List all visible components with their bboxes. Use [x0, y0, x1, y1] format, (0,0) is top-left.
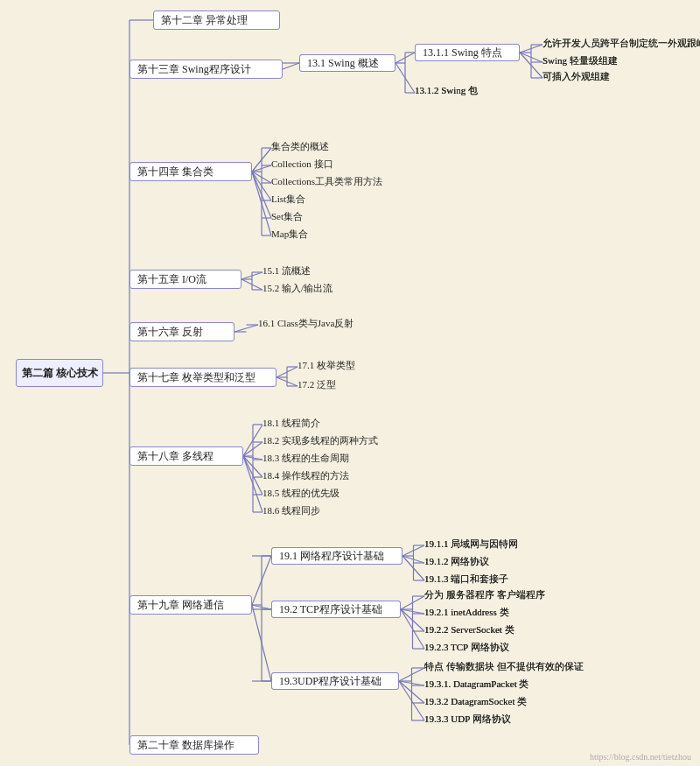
svg-line-68: [399, 668, 424, 681]
chapter-node: 第二十章 数据库操作: [130, 735, 259, 755]
svg-line-60: [402, 556, 424, 563]
svg-line-58: [252, 556, 271, 605]
svg-line-3: [396, 53, 415, 63]
svg-line-64: [401, 609, 424, 614]
svg-line-67: [252, 605, 271, 681]
chapter-node: 第十三章 Swing程序设计: [130, 60, 283, 79]
svg-line-31: [234, 325, 258, 332]
svg-line-65: [401, 609, 424, 631]
chapter-node: 13.1 Swing 概述: [299, 54, 396, 72]
leaf-node: Collection 接口: [271, 158, 355, 173]
svg-line-9: [252, 148, 271, 172]
leaf-node: 集合类的概述: [271, 140, 348, 156]
chapter-node: 第十四章 集合类: [130, 162, 252, 181]
svg-line-46: [243, 456, 262, 477]
leaf-node: Map集合: [271, 228, 320, 243]
svg-line-59: [402, 545, 424, 556]
svg-line-10: [252, 165, 271, 172]
svg-line-43: [243, 425, 262, 456]
svg-line-6: [520, 53, 542, 78]
svg-line-48: [243, 456, 262, 512]
svg-line-62: [252, 605, 271, 609]
svg-line-37: [276, 377, 298, 386]
chapter-node: 第十五章 I/O流: [130, 270, 242, 289]
leaf-node: 18.1 线程简介: [262, 417, 340, 432]
svg-line-12: [252, 172, 271, 200]
svg-line-2: [283, 63, 299, 69]
svg-line-61: [402, 556, 424, 580]
svg-line-45: [243, 456, 262, 460]
root-label: 第二篇 核心技术: [22, 366, 98, 381]
svg-line-63: [401, 596, 424, 609]
leaf-node: 17.1 枚举类型: [298, 359, 374, 375]
leaf-node: 19.3.2 DatagramSocket 类: [424, 695, 556, 711]
leaf-node: 18.4 操作线程的方法: [262, 469, 373, 485]
leaf-node: 15.1 流概述: [262, 264, 328, 280]
leaf-node: 分为 服务器程序 客户端程序: [424, 588, 573, 604]
leaf-node: 16.1 Class类与Java反射: [258, 317, 388, 333]
svg-line-25: [242, 279, 262, 290]
leaf-node: 19.3.3 UDP 网络协议: [424, 713, 529, 728]
svg-line-47: [243, 456, 262, 495]
chapter-node: 13.1.1 Swing 特点: [415, 44, 520, 61]
chapter-node: 第十八章 多线程: [130, 446, 243, 466]
svg-line-7: [396, 63, 415, 93]
chapter-node: 19.2 TCP程序设计基础: [271, 601, 401, 618]
leaf-node: 特点 传输数据块 但不提供有效的保证: [424, 660, 594, 676]
leaf-node: Swing 轻量级组建: [542, 54, 639, 70]
chapter-node: 19.3UDP程序设计基础: [271, 672, 399, 690]
chapter-node: 第十二章 异常处理: [153, 11, 280, 30]
leaf-node: 19.1.1 局域网与因特网: [424, 538, 543, 553]
leaf-node: 可插入外观组建: [542, 70, 628, 86]
chapter-node: 第十九章 网络通信: [130, 595, 252, 615]
leaf-node: 19.2.1 inetAddress 类: [424, 606, 538, 622]
svg-line-13: [252, 172, 271, 218]
leaf-node: 18.6 线程同步: [262, 504, 340, 520]
watermark: https://blog.csdn.net/tietzhou: [590, 752, 691, 762]
svg-line-11: [252, 172, 271, 183]
svg-line-36: [276, 367, 298, 377]
svg-line-70: [399, 681, 424, 703]
leaf-node: 18.3 线程的生命周期: [262, 452, 374, 467]
leaf-node: 19.1.3 端口和套接子: [424, 573, 528, 588]
leaf-node: 17.2 泛型: [298, 378, 354, 394]
leaf-node: 18.5 线程的优先级: [262, 487, 364, 502]
root-node: 第二篇 核心技术: [16, 359, 103, 387]
leaf-node: 18.2 实现多线程的两种方式: [262, 434, 404, 450]
leaf-node: List集合: [271, 193, 322, 208]
leaf-node: Collections工具类常用方法: [271, 175, 411, 191]
svg-line-14: [252, 172, 271, 235]
leaf-node: 19.2.2 ServerSocket 类: [424, 623, 540, 639]
leaf-node: 13.1.2 Swing 包: [415, 84, 502, 102]
svg-line-4: [520, 45, 542, 53]
chapter-node: 19.1 网络程序设计基础: [271, 547, 402, 565]
leaf-node: 19.2.3 TCP 网络协议: [424, 641, 528, 657]
leaf-node: 19.1.2 网络协议: [424, 555, 512, 571]
svg-line-44: [243, 442, 262, 456]
chapter-node: 第十七章 枚举类型和泛型: [130, 368, 276, 387]
svg-line-69: [399, 681, 424, 685]
svg-line-5: [520, 53, 542, 62]
chapter-node: 第十六章 反射: [130, 322, 234, 341]
leaf-node: 15.2 输入/输出流: [262, 282, 354, 298]
mind-map: 第二篇 核心技术 https://blog.csdn.net/tietzhou …: [0, 0, 700, 766]
leaf-node: 19.3.1. DatagramPacket 类: [424, 678, 556, 693]
svg-line-66: [401, 609, 424, 649]
svg-line-24: [242, 272, 262, 279]
leaf-node: 允许开发人员跨平台制定统一外观跟峰图: [542, 37, 693, 53]
svg-line-71: [399, 681, 424, 720]
leaf-node: Set集合: [271, 210, 318, 226]
